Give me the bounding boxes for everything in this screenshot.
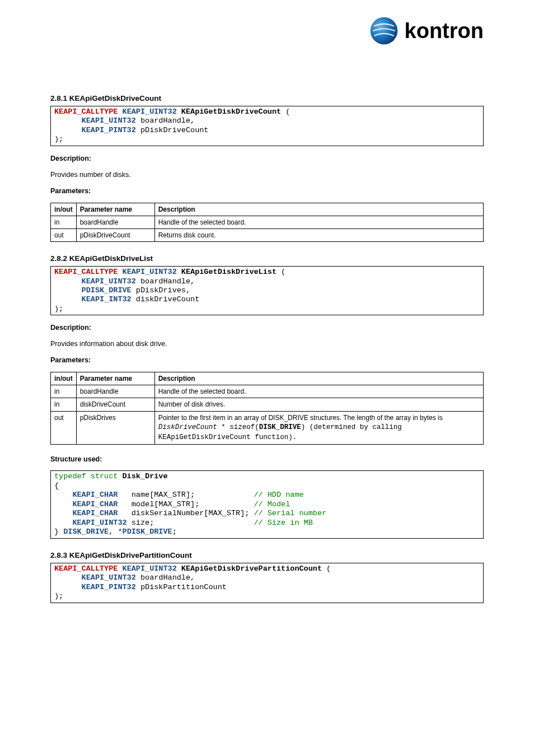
brand-logo: kontron (369, 16, 484, 46)
desc-text: Provides number of disks. (50, 170, 484, 180)
page-content: 2.8.1 KEApiGetDiskDriveCount KEAPI_CALLT… (50, 17, 484, 603)
kw-calltype: KEAPI_CALLTYPE (54, 268, 118, 276)
kontron-globe-icon (369, 16, 399, 46)
param-name: boardHandle, (136, 573, 195, 582)
heading-drivecount: 2.8.1 KEApiGetDiskDriveCount (50, 94, 484, 102)
table-header-row: in/out Parameter name Description (51, 203, 484, 216)
cell-dir: in (51, 398, 77, 411)
svg-point-0 (370, 17, 397, 45)
th-desc: Description (154, 372, 483, 385)
param-type: KEAPI_INT32 (82, 295, 132, 304)
param-name: pDiskDriveCount (136, 126, 209, 134)
semi: ; (172, 528, 177, 536)
heading-partitioncount: 2.8.3 KEApiGetDiskDrivePartitionCount (50, 551, 484, 559)
desc-drivelist: Description: (50, 323, 484, 333)
param-type: KEAPI_UINT32 (82, 277, 136, 286)
th-inout: in/out (51, 372, 77, 385)
close-paren: ); (54, 592, 63, 600)
heading-drivelist: 2.8.2 KEApiGetDiskDriveList (50, 254, 484, 263)
typedef-ptr: PDISK_DRIVE (123, 528, 172, 536)
th-desc: Description (154, 203, 483, 216)
open-paren: ( (281, 108, 290, 116)
table-header-row: in/out Parameter name Description (51, 372, 484, 385)
field-comment: // Size in MB (254, 519, 312, 527)
param-type: KEAPI_PINT32 (82, 583, 136, 591)
field-comment: // HDD name (254, 491, 303, 499)
cell-name: diskDriveCount (76, 398, 154, 411)
field-name: diskSerialNumber[MAX_STR]; (118, 509, 254, 517)
params-table-drivelist: in/out Parameter name Description in boa… (50, 372, 484, 445)
struct-name: Disk_Drive (118, 472, 167, 480)
field-name: size; (127, 519, 254, 527)
field-type: KEAPI_CHAR (72, 491, 118, 499)
field-comment: // Model (254, 500, 290, 508)
brace-open: { (54, 482, 59, 490)
cell-dir: in (51, 385, 77, 398)
fn-block-drivecount: 2.8.1 KEApiGetDiskDriveCount KEAPI_CALLT… (50, 94, 484, 242)
field-type: KEAPI_UINT32 (72, 519, 127, 527)
brace-close: } (54, 528, 63, 536)
desc-label: Description: (50, 155, 91, 162)
cell-desc: Number of disk drives. (154, 398, 483, 411)
cell-name: boardHandle (76, 216, 154, 228)
cell-desc: Pointer to the first item in an array of… (154, 411, 483, 444)
th-inout: in/out (51, 203, 77, 216)
fn-name: KEApiGetDiskDrivePartitionCount (181, 564, 322, 573)
field-comment: // Serial number (254, 509, 326, 517)
table-row: in boardHandle Handle of the selected bo… (51, 385, 484, 398)
cell-name: pDiskDrives (76, 411, 154, 444)
struct-label: Structure used: (50, 455, 484, 464)
param-name: pDiskPartitionCount (136, 583, 227, 591)
field-name: model[MAX_STR]; (118, 500, 254, 508)
table-row: in diskDriveCount Number of disk drives. (51, 398, 484, 411)
param-name: diskDriveCount (132, 295, 200, 304)
typedef-name: DISK_DRIVE (63, 528, 109, 536)
kw-rettype: KEAPI_UINT32 (123, 268, 177, 276)
code-struct-diskdrive: typedef struct Disk_Drive { KEAPI_CHAR n… (50, 470, 484, 538)
desc-label: Description: (50, 324, 91, 332)
code-sig-drivecount: KEAPI_CALLTYPE KEAPI_UINT32 KEApiGetDisk… (50, 106, 484, 146)
close-paren: ); (54, 305, 63, 313)
desc-drivecount: Description: (50, 154, 484, 164)
th-param: Parameter name (76, 203, 154, 216)
param-name: boardHandle, (136, 277, 195, 286)
fn-block-drivelist: 2.8.2 KEApiGetDiskDriveList KEAPI_CALLTY… (50, 254, 484, 539)
code-sig-partitioncount: KEAPI_CALLTYPE KEAPI_UINT32 KEApiGetDisk… (50, 563, 484, 603)
cell-dir: in (51, 216, 77, 228)
field-type: KEAPI_CHAR (72, 500, 118, 508)
cell-desc: Returns disk count. (154, 228, 483, 241)
cell-desc: Handle of the selected board. (154, 385, 483, 398)
th-param: Parameter name (76, 372, 154, 385)
param-name: pDiskDrives, (132, 286, 190, 295)
field-name: name[MAX_STR]; (118, 491, 254, 499)
param-type: KEAPI_UINT32 (82, 116, 136, 125)
cell-name: pDiskDriveCount (76, 228, 154, 241)
params-table-drivecount: in/out Parameter name Description in boa… (50, 203, 484, 242)
table-row: in boardHandle Handle of the selected bo… (51, 216, 484, 228)
table-row: out pDiskDrives Pointer to the first ite… (51, 411, 484, 444)
open-paren: ( (322, 564, 331, 573)
cell-dir: out (51, 228, 77, 241)
param-name: boardHandle, (136, 116, 195, 125)
param-type: KEAPI_PINT32 (82, 126, 136, 134)
field-type: KEAPI_CHAR (72, 509, 118, 517)
cell-desc: Handle of the selected board. (154, 216, 483, 228)
params-label: Parameters: (50, 186, 484, 196)
fn-name: KEApiGetDiskDriveCount (181, 108, 281, 116)
kw-calltype: KEAPI_CALLTYPE (54, 564, 118, 573)
sep: , * (109, 528, 122, 536)
cell-dir: out (51, 411, 77, 444)
brand-name: kontron (405, 19, 484, 43)
desc-text: Provides information about disk drive. (50, 339, 484, 349)
param-type: KEAPI_UINT32 (82, 573, 136, 582)
fn-block-partitioncount: 2.8.3 KEApiGetDiskDrivePartitionCount KE… (50, 551, 484, 603)
kw-rettype: KEAPI_UINT32 (123, 108, 177, 116)
table-row: out pDiskDriveCount Returns disk count. (51, 228, 484, 241)
params-label: Parameters: (50, 356, 484, 365)
page: kontron 2.8.1 KEApiGetDiskDriveCount KEA… (0, 0, 534, 756)
fn-name: KEApiGetDiskDriveList (181, 268, 277, 276)
cell-name: boardHandle (76, 385, 154, 398)
kw-typedef: typedef struct (54, 472, 118, 480)
kw-rettype: KEAPI_UINT32 (123, 564, 177, 573)
param-type: PDISK_DRIVE (82, 286, 132, 295)
